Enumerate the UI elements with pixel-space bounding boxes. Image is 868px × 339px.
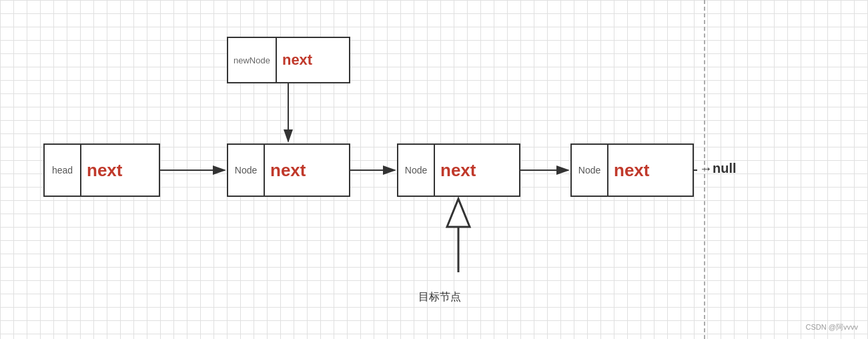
head-node-next: next [81, 145, 127, 196]
node2: Node next [397, 143, 520, 197]
node2-label: Node [398, 145, 435, 196]
new-node: newNode next [227, 37, 350, 83]
target-node-label: 目标节点 [418, 290, 461, 304]
node1: Node next [227, 143, 350, 197]
node1-label: Node [228, 145, 265, 196]
new-node-next: next [277, 38, 318, 82]
node3-label: Node [572, 145, 608, 196]
watermark: CSDN @阿vvvv [806, 322, 858, 332]
null-label: →null [699, 161, 737, 176]
node3-next: next [608, 145, 655, 196]
node2-next: next [435, 145, 481, 196]
new-node-label: newNode [228, 38, 277, 82]
head-node: head next [43, 143, 160, 197]
node3: Node next [570, 143, 694, 197]
head-node-label: head [45, 145, 81, 196]
node1-next: next [265, 145, 311, 196]
